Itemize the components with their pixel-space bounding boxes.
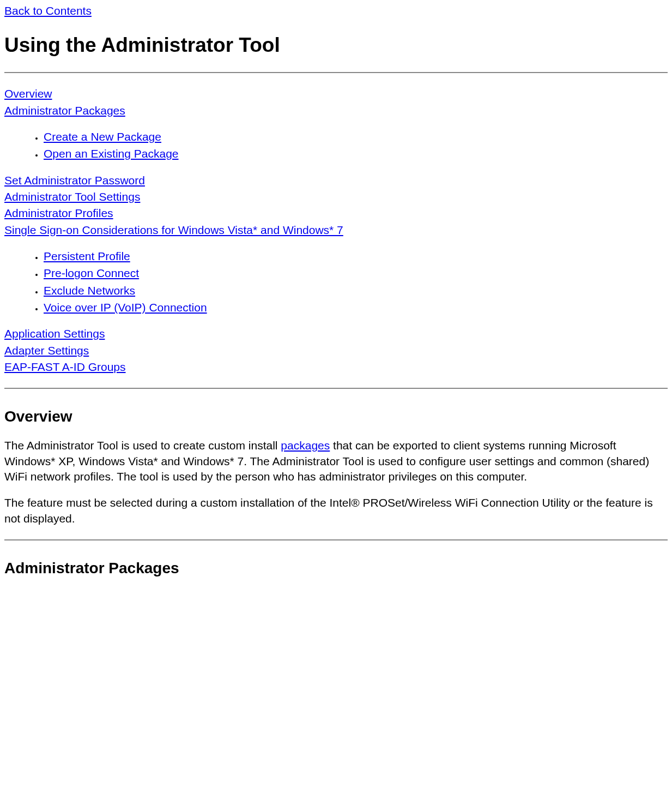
toc: Application Settings Adapter Settings EA… — [4, 326, 668, 375]
toc-profiles-link[interactable]: Administrator Profiles — [4, 207, 113, 219]
text: The Administrator Tool is used to create… — [4, 439, 281, 452]
list-item: Open an Existing Package — [44, 146, 668, 161]
overview-paragraph-2: The feature must be selected during a cu… — [4, 495, 668, 526]
toc-packages-sublist: Create a New Package Open an Existing Pa… — [4, 129, 668, 162]
toc-sso-link[interactable]: Single Sign-on Considerations for Window… — [4, 224, 343, 236]
toc-eap-link[interactable]: EAP-FAST A-ID Groups — [4, 361, 126, 373]
toc-admin-packages-link[interactable]: Administrator Packages — [4, 104, 125, 117]
divider — [4, 539, 668, 540]
toc-tool-settings-link[interactable]: Administrator Tool Settings — [4, 190, 140, 203]
divider — [4, 388, 668, 389]
list-item: Persistent Profile — [44, 249, 668, 264]
toc-voip-link[interactable]: Voice over IP (VoIP) Connection — [44, 301, 207, 314]
toc: Overview Administrator Packages — [4, 86, 668, 118]
toc-exclude-networks-link[interactable]: Exclude Networks — [44, 284, 135, 297]
toc-set-password-link[interactable]: Set Administrator Password — [4, 174, 145, 187]
toc-overview-link[interactable]: Overview — [4, 87, 52, 100]
toc-open-package-link[interactable]: Open an Existing Package — [44, 147, 179, 160]
toc-adapter-settings-link[interactable]: Adapter Settings — [4, 344, 89, 357]
toc: Set Administrator Password Administrator… — [4, 173, 668, 238]
page-title: Using the Administrator Tool — [4, 32, 668, 59]
admin-packages-heading: Administrator Packages — [4, 558, 668, 579]
toc-create-package-link[interactable]: Create a New Package — [44, 130, 161, 143]
list-item: Exclude Networks — [44, 283, 668, 298]
back-to-contents-link[interactable]: Back to Contents — [4, 4, 92, 17]
toc-app-settings-link[interactable]: Application Settings — [4, 327, 105, 340]
toc-persistent-profile-link[interactable]: Persistent Profile — [44, 250, 130, 262]
list-item: Pre-logon Connect — [44, 266, 668, 281]
overview-heading: Overview — [4, 406, 668, 427]
toc-sso-sublist: Persistent Profile Pre-logon Connect Exc… — [4, 249, 668, 315]
toc-prelogon-link[interactable]: Pre-logon Connect — [44, 267, 139, 279]
list-item: Voice over IP (VoIP) Connection — [44, 300, 668, 315]
packages-inline-link[interactable]: packages — [281, 439, 330, 452]
list-item: Create a New Package — [44, 129, 668, 145]
divider — [4, 72, 668, 73]
overview-paragraph-1: The Administrator Tool is used to create… — [4, 438, 668, 484]
